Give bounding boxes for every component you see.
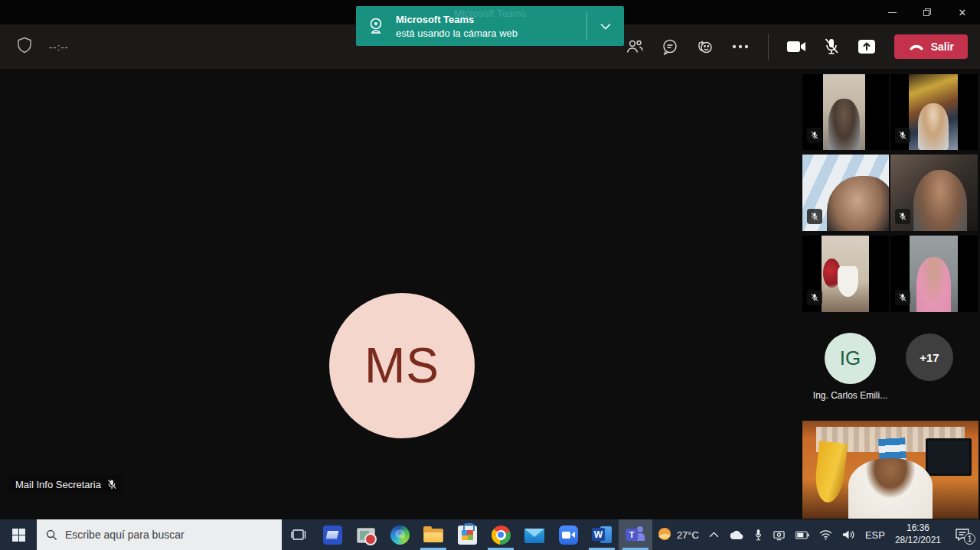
shield-icon: [17, 37, 32, 57]
participant-video-tile-5[interactable]: [802, 236, 889, 312]
webcam-icon: [356, 16, 396, 36]
system-tray: 27°C ESP: [656, 519, 980, 550]
speaker-avatar: MS: [329, 293, 475, 438]
restore-button[interactable]: [910, 0, 945, 24]
notification-center-button[interactable]: 1: [951, 525, 974, 545]
volume-icon[interactable]: [842, 529, 855, 540]
mic-muted-badge: [807, 128, 822, 143]
participant-video-tile-1[interactable]: [802, 74, 889, 150]
restore-icon: [923, 8, 931, 16]
camera-toggle-button[interactable]: [782, 33, 810, 60]
mic-toggle-button[interactable]: [818, 33, 845, 60]
ellipsis-icon: [732, 44, 749, 49]
mic-muted-badge: [895, 290, 910, 305]
toolbar-divider: [768, 34, 769, 60]
participant-video-tile-3[interactable]: [802, 155, 889, 231]
participant-video-1: [823, 74, 865, 150]
weather-widget[interactable]: 27°C: [656, 526, 699, 543]
meeting-stage: MS Mail Info Secretaria: [0, 69, 980, 519]
chevron-down-icon: [600, 23, 611, 30]
scanner-app-icon: [323, 526, 342, 545]
mic-muted-badge: [895, 209, 910, 224]
temperature-text: 27°C: [677, 529, 699, 541]
yellow-flag: [813, 441, 848, 504]
taskbar-app-zoom[interactable]: [551, 519, 585, 550]
wifi-icon[interactable]: [819, 530, 832, 540]
taskbar-app-screen-capture[interactable]: [349, 519, 383, 550]
taskbar-clock[interactable]: 16:36 28/12/2021: [895, 522, 941, 546]
participant-video-tile-6[interactable]: [890, 236, 978, 312]
chat-button[interactable]: [656, 33, 684, 60]
mic-muted-badge: [807, 290, 822, 305]
battery-icon[interactable]: [795, 531, 809, 539]
taskbar-app-word[interactable]: W: [585, 519, 619, 550]
mic-muted-small-icon: [106, 479, 118, 490]
participant-video-6: [910, 236, 958, 312]
leave-call-button[interactable]: Salir: [894, 34, 968, 59]
share-screen-button[interactable]: [853, 33, 880, 60]
chat-icon: [662, 38, 678, 55]
speaker-name-text: Mail Info Secretaria: [15, 479, 101, 490]
weather-sun-icon: [656, 526, 673, 543]
speaker-name-label: Mail Info Secretaria: [9, 475, 124, 493]
taskbar-app-scanner[interactable]: [315, 519, 349, 550]
chrome-icon: [492, 526, 511, 545]
start-button[interactable]: [0, 519, 37, 550]
participants-button[interactable]: [621, 33, 648, 60]
file-explorer-icon: [423, 527, 443, 544]
taskbar-app-store[interactable]: [450, 519, 484, 550]
minimize-button[interactable]: [874, 0, 910, 24]
overflow-count: +17: [920, 351, 939, 364]
participant-video-tile-large[interactable]: [802, 421, 978, 519]
people-icon: [626, 39, 644, 54]
search-placeholder: Escribe aquí para buscar: [65, 529, 185, 541]
display-device-icon[interactable]: [773, 529, 786, 541]
onedrive-cloud-icon[interactable]: [729, 530, 744, 540]
taskbar-app-chrome[interactable]: [484, 519, 518, 550]
speaker-avatar-initials: MS: [364, 337, 439, 394]
overflow-participants-badge[interactable]: +17: [906, 334, 953, 381]
webcam-usage-banner: Microsoft Teams está usando la cámara we…: [356, 6, 624, 46]
taskbar-app-teams[interactable]: T: [619, 519, 652, 550]
edge-icon: [390, 526, 410, 545]
participant-avatar-ig[interactable]: IG: [825, 333, 876, 384]
screen-capture-app-icon: [357, 528, 375, 543]
participant-video-tile-4[interactable]: [890, 155, 978, 231]
clock-time: 16:36: [895, 522, 941, 535]
language-indicator[interactable]: ESP: [865, 529, 885, 541]
banner-message: está usando la cámara web: [396, 28, 586, 39]
search-icon: [46, 529, 57, 541]
taskbar-search[interactable]: Escribe aquí para buscar: [37, 519, 282, 550]
wall-tv: [926, 438, 972, 476]
participant-video-tile-2[interactable]: [890, 74, 978, 150]
teams-meeting-window: Microsoft Teams ✕ Microsoft Teams está u…: [0, 0, 980, 550]
close-button[interactable]: ✕: [945, 0, 980, 24]
banner-expand-button[interactable]: [587, 23, 624, 30]
microsoft-store-icon: [458, 526, 477, 545]
taskbar-app-mail[interactable]: [518, 519, 551, 550]
participant-avatar-initials: IG: [840, 347, 861, 370]
task-view-button[interactable]: [282, 519, 315, 550]
task-view-icon: [291, 528, 306, 542]
speaker-person: [848, 458, 933, 519]
hang-up-icon: [908, 43, 925, 50]
leave-label: Salir: [931, 41, 954, 53]
banner-app-name: Microsoft Teams: [396, 14, 586, 25]
windows-logo-icon: [12, 529, 25, 542]
mic-muted-badge: [807, 209, 822, 224]
reactions-button[interactable]: [691, 33, 719, 60]
mic-muted-badge: [895, 128, 910, 143]
participant-name-label: Ing. Carlos Emili...: [812, 390, 889, 401]
taskbar-app-file-explorer[interactable]: [416, 519, 450, 550]
taskbar-app-edge[interactable]: [383, 519, 416, 550]
teams-icon: T: [626, 526, 645, 544]
share-icon: [857, 37, 877, 56]
call-timer: --:--: [49, 41, 69, 53]
tray-mic-icon[interactable]: [754, 529, 763, 541]
more-options-button[interactable]: [727, 33, 754, 60]
participant-video-2: [909, 74, 958, 150]
camera-on-icon: [786, 40, 806, 54]
close-icon: ✕: [959, 8, 967, 18]
tray-expand-icon[interactable]: [709, 532, 719, 538]
windows-taskbar: Escribe aquí para buscar W T: [0, 519, 980, 550]
